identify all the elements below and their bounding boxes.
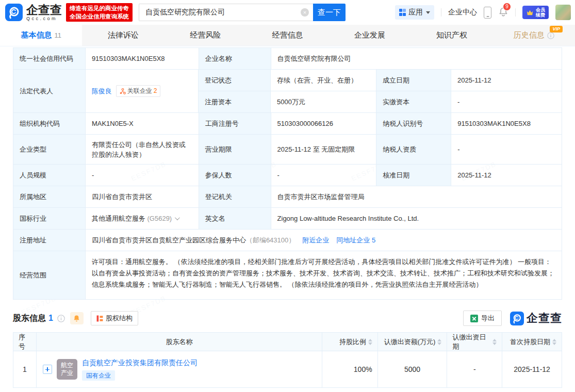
- field-value: 2025-11-12: [451, 70, 562, 91]
- field-value: -: [451, 91, 562, 113]
- shareholders-table: 序号 股东名称 持股比例 认缴出资额(万元) 认缴出资日期 首次持股日期 1 航…: [13, 332, 562, 388]
- field-label: 注册资本: [199, 91, 271, 113]
- mobile-app-icon[interactable]: [484, 7, 491, 19]
- field-value: 2025-11-12 至 无固定期限: [271, 135, 377, 165]
- field-value: MAK1N0E5-X: [86, 113, 199, 135]
- industry-cell[interactable]: 其他通用航空服务 (G5629): [86, 208, 199, 230]
- main-content: 统一社会信用代码 91510303MAK1N0E5X8 企业名称 自贡低空研究院…: [0, 46, 575, 388]
- field-value: 自贡市贡井区市场监督管理局: [271, 186, 562, 208]
- equity-structure-button[interactable]: 股权结构: [91, 311, 138, 325]
- field-value: 2025-11-12: [451, 165, 562, 186]
- sort-icon[interactable]: [368, 339, 372, 345]
- info-icon: [57, 315, 65, 322]
- field-label: 核准日期: [376, 165, 451, 186]
- info-icon: [547, 32, 554, 39]
- field-label: 营业期限: [199, 135, 271, 165]
- expand-button[interactable]: [43, 365, 52, 374]
- field-value: 存续（在营、开业、在册）: [271, 70, 376, 91]
- field-label: 统一社会信用代码: [13, 48, 86, 70]
- field-label: 国标行业: [13, 208, 86, 230]
- notifications-button[interactable]: 9: [498, 7, 508, 19]
- field-label: 人员规模: [13, 165, 86, 186]
- field-value: 有限责任公司（非自然人投资或控股的法人独资）: [86, 135, 199, 165]
- field-value: 自贡低空研究院有限公司: [271, 48, 562, 70]
- section-tabs: 基本信息 11 法律诉讼 经营风险 经营信息 企业发展 知识产权 VIP 历史信…: [0, 25, 575, 46]
- export-button[interactable]: 导出: [463, 311, 502, 326]
- basic-info-table: 统一社会信用代码 91510303MAK1N0E5X8 企业名称 自贡低空研究院…: [13, 47, 562, 300]
- field-label: 组织机构代码: [13, 113, 86, 135]
- apps-menu[interactable]: 应用: [395, 5, 435, 20]
- tab-intellectual-property[interactable]: 知识产权: [410, 25, 492, 46]
- apps-grid-icon: [399, 9, 406, 16]
- divider: [515, 8, 516, 17]
- address-cell: 四川省自贡市贡井区自贡航空产业园区综合服务中心 （邮编643100） 附近企业 …: [86, 230, 562, 251]
- field-label: 登记机关: [199, 186, 271, 208]
- same-address-companies-link[interactable]: 同地址企业 5: [336, 235, 375, 245]
- shareholders-table-header: 序号 股东名称 持股比例 认缴出资额(万元) 认缴出资日期 首次持股日期: [13, 333, 562, 351]
- related-companies-badge[interactable]: 关联企业 2: [116, 85, 161, 97]
- field-label: 登记状态: [199, 70, 271, 91]
- header-nav: 应用 企业中心 9 会员续费: [395, 5, 571, 20]
- excel-icon: [470, 315, 478, 322]
- tab-operating-info[interactable]: 经营信息: [247, 25, 328, 46]
- search-button[interactable]: 查一下: [313, 4, 346, 21]
- legal-rep-link[interactable]: 陈俊良: [92, 86, 112, 96]
- legal-rep-cell: 陈俊良 关联企业 2: [86, 70, 199, 113]
- field-label: 企业类型: [13, 135, 86, 165]
- col-first-hold-date[interactable]: 首次持股日期: [502, 333, 562, 351]
- business-scope-value: 许可项目：通用航空服务。 （依法须经批准的项目，经相关部门批准后方可开展经营活动…: [86, 251, 562, 300]
- qcc-company-page: EESF7DBEESF7DBEESF7DBEESF7DBEESF7DBEESF7…: [0, 0, 575, 392]
- col-ratio[interactable]: 持股比例: [322, 333, 378, 351]
- chevron-down-icon: [175, 215, 180, 220]
- tab-history-info[interactable]: VIP 历史信息: [493, 25, 575, 46]
- row-index: 1: [13, 351, 37, 387]
- sort-icon[interactable]: [437, 339, 441, 345]
- field-value: Zigong Low-altitude Research Institute C…: [271, 208, 562, 230]
- tab-company-development[interactable]: 企业发展: [328, 25, 410, 46]
- search-input[interactable]: [139, 4, 313, 21]
- divider: [441, 8, 441, 17]
- tab-operating-risk[interactable]: 经营风险: [165, 25, 247, 46]
- ratio-value: 100%: [322, 351, 378, 387]
- brand-name: 企查查: [26, 4, 62, 16]
- col-shareholder-name: 股东名称: [37, 333, 322, 351]
- clear-search-icon[interactable]: ×: [301, 8, 309, 17]
- field-label: 法定代表人: [13, 70, 86, 113]
- first-hold-date-value: 2025-11-12: [502, 351, 562, 387]
- shareholders-section: 股东信息 1 股权结构 导出: [13, 311, 562, 388]
- col-subscribed-amount[interactable]: 认缴出资额(万元): [378, 333, 448, 351]
- tab-legal[interactable]: 法律诉讼: [82, 25, 164, 46]
- nearby-companies-link[interactable]: 附近企业: [302, 235, 329, 245]
- tab-count: 11: [54, 31, 61, 39]
- field-label: 实缴资本: [376, 91, 451, 113]
- field-value: 5000万元: [271, 91, 376, 113]
- state-owned-tag: 国有企业: [82, 370, 115, 381]
- sort-icon[interactable]: [552, 339, 556, 345]
- monitor-bell-button[interactable]: [70, 312, 84, 324]
- col-subscribed-date[interactable]: 认缴出资日期: [447, 333, 502, 351]
- col-index: 序号: [13, 333, 37, 351]
- equity-chart-icon: [96, 315, 103, 322]
- brand-domain: Qcc.com: [26, 16, 62, 21]
- qcc-logo[interactable]: 企查查 Qcc.com: [5, 4, 62, 21]
- vip-renew-button[interactable]: 会员续费: [522, 6, 549, 19]
- slogan-badge: 缔造有远见的商业传奇 全国企业信用查询系统: [66, 3, 133, 22]
- field-value: 91510303MAK1N0E5X8: [451, 113, 562, 135]
- sort-icon[interactable]: [492, 339, 497, 345]
- enterprise-center-link[interactable]: 企业中心: [448, 8, 477, 17]
- amount-value: 5000: [378, 351, 448, 387]
- invest-date-value: -: [447, 351, 502, 387]
- field-label: 企业名称: [199, 48, 271, 70]
- field-value: -: [451, 135, 562, 165]
- top-header: 企查查 Qcc.com 缔造有远见的商业传奇 全国企业信用查询系统 × 查一下 …: [0, 0, 575, 25]
- section-title: 股东信息: [13, 313, 46, 324]
- field-value: -: [86, 165, 199, 186]
- bell-icon: [73, 315, 80, 322]
- tab-basic-info[interactable]: 基本信息 11: [0, 25, 82, 46]
- shareholder-name-link[interactable]: 自贡航空产业投资集团有限责任公司: [82, 358, 198, 368]
- user-avatar[interactable]: [555, 5, 571, 20]
- shareholders-header: 股东信息 1 股权结构 导出: [13, 311, 562, 326]
- caret-down-icon: [426, 11, 430, 14]
- field-label: 纳税人资质: [376, 135, 451, 165]
- field-label: 经营范围: [13, 251, 86, 300]
